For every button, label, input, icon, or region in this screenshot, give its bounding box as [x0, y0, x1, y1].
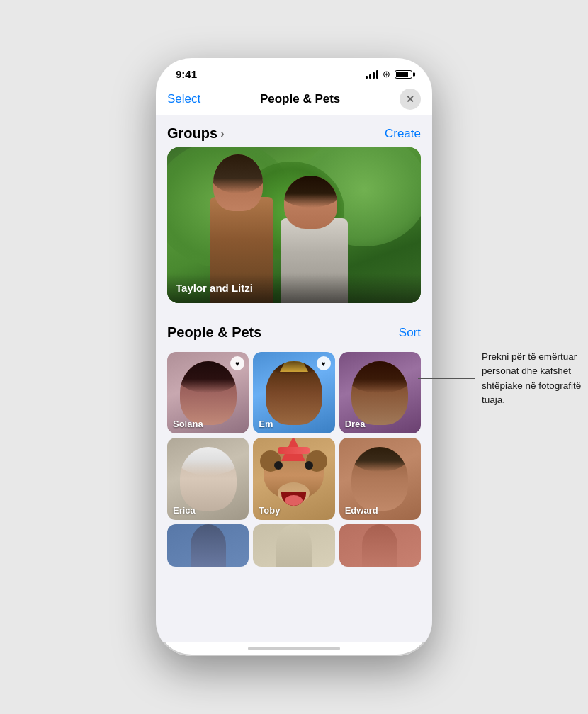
person-card-drea[interactable]: Drea: [339, 352, 421, 434]
partial-card-2[interactable]: [253, 524, 334, 567]
signal-icon: [366, 70, 378, 79]
nav-bar: Select People & Pets ✕: [156, 86, 432, 115]
partial-card-3[interactable]: [339, 524, 421, 567]
select-button[interactable]: Select: [167, 92, 200, 106]
sort-button[interactable]: Sort: [399, 326, 421, 340]
group-name-label: Taylor and Litzi: [176, 282, 253, 294]
people-pets-header: People & Pets Sort: [167, 314, 421, 346]
create-button[interactable]: Create: [385, 127, 421, 141]
people-grid: ♥ Solana ♥ Em: [167, 352, 421, 520]
tooltip-container: Prekni për të emërtuar personat dhe kafs…: [418, 350, 588, 407]
person-name-drea: Drea: [345, 419, 366, 429]
status-time: 9:41: [176, 68, 197, 80]
person-name-edward: Edward: [345, 505, 378, 516]
group-image[interactable]: Taylor and Litzi: [167, 147, 421, 303]
person-card-solana[interactable]: ♥ Solana: [167, 352, 249, 434]
close-icon: ✕: [406, 94, 414, 105]
people-pets-section: People & Pets Sort ♥ Solana: [167, 314, 421, 567]
bottom-partial-row: [167, 524, 421, 567]
person-card-erica[interactable]: Erica: [167, 438, 249, 519]
wifi-icon: ⊛: [383, 69, 390, 79]
page-title: People & Pets: [260, 92, 340, 106]
person-card-em[interactable]: ♥ Em: [253, 352, 334, 434]
group-image-overlay: Taylor and Litzi: [167, 273, 421, 303]
status-icons: ⊛: [366, 69, 412, 79]
person-name-solana: Solana: [173, 419, 203, 429]
people-pets-title: People & Pets: [167, 324, 261, 341]
main-content: Groups › Create: [156, 115, 432, 642]
groups-section-header: Groups › Create: [167, 115, 421, 147]
person-name-toby: Toby: [259, 505, 280, 516]
home-indicator: [248, 647, 340, 650]
tooltip-text: Prekni për të emërtuar personat dhe kafs…: [482, 350, 588, 407]
heart-badge-em: ♥: [317, 356, 331, 370]
battery-icon: [395, 70, 412, 79]
person-name-erica: Erica: [173, 505, 196, 516]
partial-card-1[interactable]: [167, 524, 249, 567]
person-card-toby[interactable]: Toby: [253, 438, 334, 519]
person-name-em: Em: [259, 419, 273, 429]
tooltip-line-icon: [418, 378, 482, 379]
person-card-edward[interactable]: Edward: [339, 438, 421, 519]
status-bar: 9:41 ⊛: [156, 58, 432, 86]
close-button[interactable]: ✕: [400, 89, 421, 110]
groups-title[interactable]: Groups ›: [167, 125, 224, 142]
phone-frame: 9:41 ⊛ Select People & Pets ✕: [156, 58, 432, 656]
chevron-right-icon: ›: [220, 128, 224, 140]
